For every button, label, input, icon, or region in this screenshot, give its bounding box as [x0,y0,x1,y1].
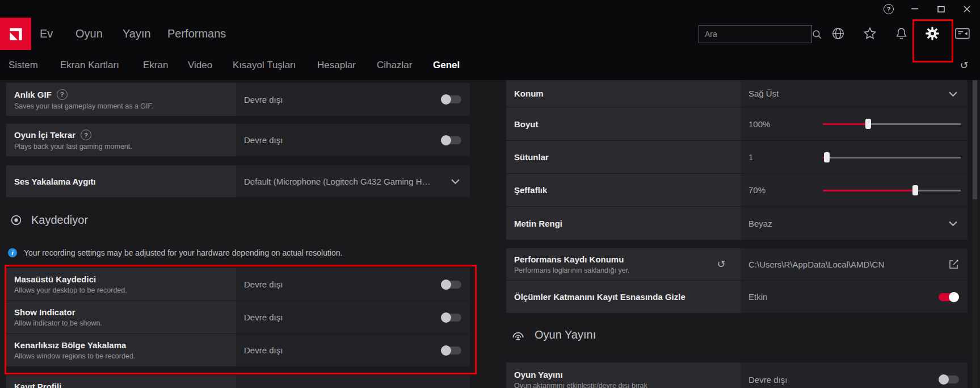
setting-state-text: Devre dışı [236,135,283,145]
scrollbar-thumb[interactable] [973,80,977,199]
star-icon [863,26,877,41]
setting-state-text: Devre dışı [236,95,283,105]
slider-fill [823,123,868,125]
maximize-button[interactable] [928,0,954,18]
close-button[interactable] [954,0,980,18]
tab-hesaplar[interactable]: Hesaplar [317,50,356,80]
reset-path-button[interactable]: ↺ [714,257,728,271]
size-slider[interactable] [823,119,961,129]
radeon-settings-window: ? Ev Oyun Yayın Performans [0,0,980,388]
game-streaming-toggle[interactable] [939,376,959,383]
reset-all-button[interactable]: ↺ [957,58,971,73]
setting-subtitle: Allow indicator to be shown. [14,319,236,327]
tab-kisayol-tuslari[interactable]: Kısayol Tuşları [233,50,296,80]
setting-label-cell: Anlık GIF ? Saves your last gameplay mom… [6,83,236,116]
setting-subtitle: Oyun aktarımını etkinleştir/devre dışı b… [514,382,741,388]
chevron-down-icon [451,176,460,186]
info-icon: i [8,248,17,257]
oyun-ici-tekrar-toggle[interactable] [441,136,461,144]
setting-row-oyun-yayini: Oyun Yayını Oyun aktarımını etkinleştir/… [506,362,968,388]
show-indicator-toggle[interactable] [441,314,461,322]
setting-row-perf-kaydi-konumu: Performans Kaydı Konumu Performans logla… [506,248,968,280]
setting-value-cell: 70% [741,174,968,206]
top-nav: Ev Oyun Yayın Performans [0,18,980,50]
notifications-button[interactable] [893,25,910,42]
search-box [699,25,812,43]
path-value: C:\Users\R\AppData\Local\AMD\CN [741,260,884,269]
nav-item-gaming[interactable]: Oyun [75,18,103,50]
borderless-region-toggle[interactable] [441,347,461,354]
setting-value-cell: C:\Users\R\AppData\Local\AMD\CN [741,248,968,280]
setting-state-text: Devre dışı [236,312,283,322]
audio-device-dropdown[interactable]: Default (Microphone (Logitech G432 Gamin… [236,165,470,197]
setting-row-sutunlar: Sütunlar 1 [506,141,968,173]
tab-video[interactable]: Video [188,50,212,80]
nav-item-performance[interactable]: Performans [167,18,226,50]
search-input[interactable] [699,30,812,39]
setting-label-cell: Sütunlar [506,141,741,173]
help-icon[interactable]: ? [81,130,91,140]
setting-value-cell: Devre dışı [236,124,470,156]
minimize-button[interactable] [902,0,928,18]
setting-state-text: Devre dışı [236,345,283,355]
setting-row-anlik-gif: Anlık GIF ? Saves your last gameplay mom… [6,83,470,116]
dropdown-value: Sağ Üst [741,89,779,98]
toggle-knob [441,279,451,290]
web-button[interactable] [830,25,847,42]
setting-title: Kayıt Profili [14,382,61,388]
position-dropdown[interactable]: Sağ Üst [741,80,968,107]
setting-row-oyun-ici-tekrar: Oyun İçi Tekrar ? Plays back your last g… [6,124,470,156]
setting-row-metin-rengi: Metin Rengi Beyaz [506,207,968,240]
tab-ekran[interactable]: Ekran [143,50,168,80]
edit-path-button[interactable] [947,257,961,271]
anlik-gif-toggle[interactable] [441,95,461,103]
help-icon[interactable]: ? [57,89,68,100]
opacity-slider[interactable] [823,185,961,195]
setting-label-cell: Oyun Yayını Oyun aktarımını etkinleştir/… [506,362,741,388]
overlay-button[interactable] [954,25,971,42]
tab-genel[interactable]: Genel [433,50,460,80]
slider-value: 70% [741,185,766,195]
help-button[interactable]: ? [876,0,902,18]
minimize-icon [911,8,918,10]
setting-row-konum: Konum Sağ Üst [506,80,968,107]
nav-item-streaming[interactable]: Yayın [123,18,151,50]
nav-item-home[interactable]: Ev [40,18,53,50]
section-recording: Kaydediyor [10,214,88,227]
setting-subtitle: Allows window regions to be recorded. [14,352,236,360]
section-game-streaming: Oyun Yayını [511,328,596,341]
favorites-button[interactable] [861,25,878,42]
section-title: Kaydediyor [31,214,88,227]
desktop-recording-toggle[interactable] [441,281,461,289]
tab-sistem[interactable]: Sistem [9,50,38,80]
search-icon[interactable] [812,26,822,42]
bell-icon [894,26,909,41]
setting-label-cell: Konum [506,80,741,107]
setting-row-show-indicator: Show Indicator Allow indicator to be sho… [6,301,470,333]
tab-cihazlar[interactable]: Cihazlar [377,50,412,80]
broadcast-icon [511,329,525,341]
tab-ekran-kartlari[interactable]: Ekran Kartları [60,50,119,80]
setting-label-cell: Kenarlıksız Bölge Yakalama Allows window… [6,334,236,366]
settings-button[interactable] [924,25,941,42]
setting-row-kayit-profili: Kayıt Profili [6,375,470,388]
setting-label-cell: Performans Kaydı Konumu Performans logla… [506,248,741,280]
setting-label-cell: Metin Rengi [506,207,741,240]
slider-handle[interactable] [865,119,871,129]
columns-slider[interactable] [823,152,961,162]
toggle-knob [441,135,451,145]
setting-title: Ses Yakalama Aygıtı [14,177,96,186]
amd-logo[interactable] [0,18,31,50]
setting-title: Metin Rengi [514,219,562,228]
setting-subtitle: Performans loglarının saklandığı yer. [514,266,741,274]
setting-label-cell: Ses Yakalama Aygıtı [6,165,236,197]
setting-title: Ölçümler Katmanını Kayıt Esnasında Gizle [514,292,685,302]
setting-row-masaustu-kaydedici: Masaüstü Kaydedici Allows your desktop t… [6,268,470,301]
setting-value-cell: Devre dışı [236,83,470,116]
slider-handle[interactable] [824,152,830,162]
setting-title: Oyun Yayını [514,370,563,379]
edit-icon [948,258,960,270]
hide-metrics-toggle[interactable] [939,293,959,301]
slider-handle[interactable] [912,185,918,195]
text-color-dropdown[interactable]: Beyaz [741,207,968,240]
